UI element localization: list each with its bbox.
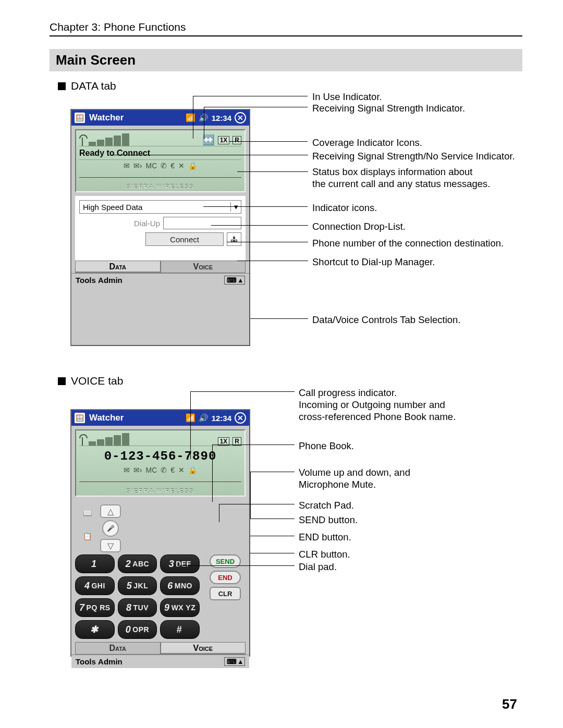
key-9[interactable]: 9WX YZ bbox=[160, 598, 200, 617]
subhead-voice: VOICE tab bbox=[58, 375, 522, 387]
coverage-1x-icon: 1X bbox=[218, 136, 230, 144]
menu-admin[interactable]: Admin bbox=[98, 657, 123, 666]
close-icon[interactable]: ✕ bbox=[235, 112, 246, 124]
key-star[interactable]: ✱ bbox=[75, 620, 115, 639]
key-hash[interactable]: # bbox=[160, 620, 200, 639]
speaker-icon: 🔊 bbox=[199, 413, 209, 423]
figure-data-tab: 🪟 Watcher 📶 🔊 12:34 ✕ bbox=[50, 93, 522, 369]
callout: Connection Drop-List. bbox=[312, 220, 406, 232]
connection-droplist-text: High Speed Data bbox=[80, 203, 230, 212]
brand-label: SIERRA WIRELESS bbox=[79, 182, 241, 191]
voice-body: 📖 📋 △ 🎤 ▽ bbox=[75, 500, 246, 554]
tab-data[interactable]: Data bbox=[75, 642, 161, 655]
callout: Call progress indicator. Incoming or Out… bbox=[299, 387, 456, 423]
page: Chapter 3: Phone Functions Main Screen D… bbox=[0, 0, 563, 706]
key-1[interactable]: 1 bbox=[75, 554, 115, 573]
antenna-icon bbox=[79, 134, 87, 146]
swirl-divider-icon bbox=[79, 174, 241, 181]
callout: Receiving Signal Strength/No Service Ind… bbox=[312, 150, 515, 162]
scratchpad-icon[interactable]: 📋 bbox=[79, 529, 95, 543]
connection-droplist[interactable]: High Speed Data ▾ bbox=[79, 200, 241, 214]
titlebar-right: 📶 🔊 12:34 ✕ bbox=[186, 112, 246, 124]
lock-icon: 🔒 bbox=[188, 466, 197, 474]
figure-voice-tab: 🪟 Watcher 📶 🔊 12:34 ✕ 1X R bbox=[50, 388, 522, 680]
close-icon[interactable]: ✕ bbox=[235, 412, 246, 424]
windows-flag-icon[interactable]: 🪟 bbox=[75, 413, 85, 423]
app-title: Watcher bbox=[89, 413, 181, 423]
app-title: Watcher bbox=[89, 113, 181, 123]
envelope-arrow-icon: ✉› bbox=[133, 466, 142, 474]
keyboard-toggle-icon[interactable]: ⌨ ▴ bbox=[224, 276, 245, 285]
dialpad: 1 2ABC 3DEF 4GHI 5JKL 6MNO 7PQ RS 8TUV 9… bbox=[75, 554, 200, 639]
key-0[interactable]: 0OPR bbox=[118, 620, 157, 639]
indicator-row: ✉ ✉› MC ✆ € ✕ 🔒 bbox=[79, 464, 241, 477]
tab-voice[interactable]: Voice bbox=[161, 261, 246, 273]
currency-icon: € bbox=[170, 466, 175, 474]
chapter-heading: Chapter 3: Phone Functions bbox=[50, 21, 522, 33]
dialup-row: Dial-Up bbox=[79, 217, 241, 229]
signal-bar bbox=[105, 138, 113, 146]
phone-icon: ✆ bbox=[161, 162, 167, 170]
status-panel: 1X R 0-123-456-7890 ✉ ✉› MC ✆ € ✕ 🔒 SIER… bbox=[75, 429, 246, 497]
subhead-voice-label: VOICE tab bbox=[71, 375, 123, 387]
menu-admin[interactable]: Admin bbox=[98, 276, 123, 285]
status-panel: ↔️ 1X R Ready to Connect ✉ ✉› MC ✆ € ✕ 🔒 bbox=[75, 129, 246, 192]
envelope-icon: ✉ bbox=[124, 466, 130, 474]
mc-icon: MC bbox=[146, 162, 157, 170]
antenna-icon bbox=[79, 434, 87, 446]
tabs: Data Voice bbox=[75, 642, 246, 655]
signal-row: ↔️ 1X R bbox=[79, 132, 241, 146]
chapter-rule bbox=[50, 35, 522, 36]
menu-tools[interactable]: Tools bbox=[76, 276, 96, 285]
callout: Dial pad. bbox=[299, 561, 337, 573]
send-button[interactable]: SEND bbox=[210, 554, 241, 568]
end-button[interactable]: END bbox=[210, 571, 241, 584]
brand-label: SIERRA WIRELESS bbox=[79, 487, 241, 496]
mic-mute-button[interactable]: 🎤 bbox=[102, 520, 119, 537]
tab-data[interactable]: Data bbox=[75, 261, 161, 273]
volume-down-button[interactable]: ▽ bbox=[100, 539, 121, 552]
callout: CLR button. bbox=[299, 548, 350, 560]
clr-button[interactable]: CLR bbox=[210, 587, 241, 600]
callout: END button. bbox=[299, 531, 351, 543]
connect-button[interactable]: Connect bbox=[145, 232, 224, 246]
menu-tools[interactable]: Tools bbox=[76, 657, 96, 666]
tab-voice[interactable]: Voice bbox=[161, 642, 246, 655]
callout: Volume up and down, and Microphone Mute. bbox=[299, 466, 410, 490]
key-8[interactable]: 8TUV bbox=[118, 598, 157, 617]
callout: Phone number of the connection destinati… bbox=[312, 237, 504, 249]
chevron-down-icon[interactable]: ▾ bbox=[230, 202, 241, 212]
dialed-number: 0-123-456-7890 bbox=[79, 446, 241, 464]
titlebar: 🪟 Watcher 📶 🔊 12:34 ✕ bbox=[71, 110, 249, 126]
signal-row: 1X R bbox=[79, 432, 241, 446]
keyboard-toggle-icon[interactable]: ⌨ ▴ bbox=[224, 657, 245, 666]
key-5[interactable]: 5JKL bbox=[118, 576, 157, 595]
key-6[interactable]: 6MNO bbox=[160, 576, 200, 595]
windows-flag-icon[interactable]: 🪟 bbox=[75, 113, 85, 123]
clock-text: 12:34 bbox=[212, 114, 231, 122]
callout: In Use Indicator. bbox=[312, 91, 382, 103]
callout: Indicator icons. bbox=[312, 202, 377, 214]
page-number: 57 bbox=[502, 696, 517, 712]
signal-icon: 📶 bbox=[186, 113, 195, 122]
dialup-field[interactable] bbox=[163, 217, 241, 229]
envelope-icon: ✉ bbox=[124, 162, 130, 170]
key-7[interactable]: 7PQ RS bbox=[75, 598, 115, 617]
section-heading: Main Screen bbox=[50, 49, 522, 71]
key-4[interactable]: 4GHI bbox=[75, 576, 115, 595]
key-3[interactable]: 3DEF bbox=[160, 554, 200, 573]
call-buttons: SEND END CLR bbox=[205, 554, 246, 639]
signal-bar bbox=[114, 135, 121, 146]
phonebook-icon[interactable]: 📖 bbox=[79, 507, 95, 520]
callout: Receiving Signal Strength Indicator. bbox=[312, 102, 465, 114]
menubar: Tools Admin ⌨ ▴ bbox=[71, 655, 249, 668]
dialup-manager-icon[interactable]: 🖧 bbox=[227, 232, 241, 246]
indicator-row: ✉ ✉› MC ✆ € ✕ 🔒 bbox=[79, 160, 241, 172]
key-2[interactable]: 2ABC bbox=[118, 554, 157, 573]
clock-text: 12:34 bbox=[212, 414, 231, 423]
data-body: High Speed Data ▾ Dial-Up Connect 🖧 bbox=[75, 196, 246, 261]
callout: Shortcut to Dial-up Manager. bbox=[312, 256, 435, 268]
tabs: Data Voice bbox=[75, 261, 246, 273]
currency-icon: € bbox=[170, 162, 175, 170]
volume-up-button[interactable]: △ bbox=[100, 504, 121, 518]
